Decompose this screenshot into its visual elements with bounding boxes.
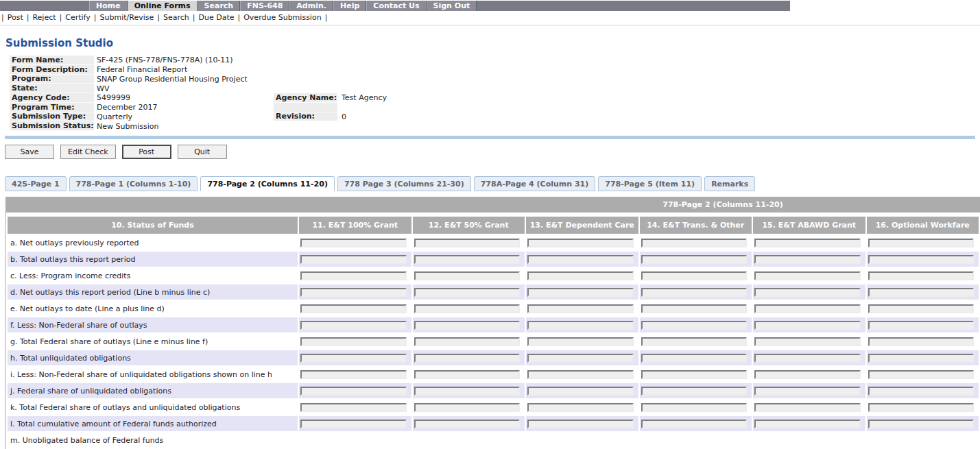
tab-remarks[interactable]: Remarks [704,176,755,191]
input-i-col15[interactable] [754,370,861,379]
input-e-col16[interactable] [868,304,975,313]
menu-item-overdue-submission[interactable]: Overdue Submission [243,13,321,22]
tab-778-page-5-item-11[interactable]: 778-Page 5 (Item 11) [598,176,702,191]
input-l-col16[interactable] [868,420,975,428]
input-j-col16[interactable] [868,387,975,396]
input-d-col13[interactable] [527,288,634,297]
nav-item-admin[interactable]: Admin. [289,1,333,11]
input-l-col13[interactable] [527,420,634,428]
input-k-col11[interactable] [300,403,407,412]
input-g-col12[interactable] [414,337,521,346]
post-button[interactable]: Post [122,145,171,159]
input-d-col11[interactable] [300,288,407,297]
input-h-col12[interactable] [414,354,521,363]
input-c-col16[interactable] [868,271,975,280]
input-i-col13[interactable] [527,370,634,379]
input-j-col13[interactable] [527,387,634,396]
input-h-col14[interactable] [641,354,748,363]
quit-button[interactable]: Quit [178,145,227,159]
menu-item-search[interactable]: Search [163,13,189,22]
input-b-col11[interactable] [300,255,407,264]
input-j-col15[interactable] [754,387,861,396]
nav-item-search[interactable]: Search [198,1,241,11]
input-c-col11[interactable] [300,271,407,280]
menu-item-post[interactable]: Post [8,13,23,22]
tab-778-page-1-columns-1-10[interactable]: 778-Page 1 (Columns 1-10) [69,176,198,191]
input-a-col12[interactable] [414,239,521,247]
tab-778-page-3-columns-21-30[interactable]: 778 Page 3 (Columns 21-30) [337,176,471,191]
nav-item-home[interactable]: Home [89,1,128,11]
input-g-col11[interactable] [300,337,407,346]
input-e-col14[interactable] [641,304,748,313]
input-a-col16[interactable] [868,239,975,247]
input-d-col16[interactable] [868,288,975,297]
input-g-col13[interactable] [527,337,634,346]
input-d-col14[interactable] [641,288,748,297]
input-h-col11[interactable] [300,354,407,363]
menu-item-submit-revise[interactable]: Submit/Revise [100,13,154,22]
input-f-col14[interactable] [641,321,748,330]
input-k-col14[interactable] [641,403,748,412]
input-a-col14[interactable] [641,239,748,247]
input-g-col14[interactable] [641,337,748,346]
input-e-col13[interactable] [527,304,634,313]
input-b-col16[interactable] [868,255,975,264]
input-e-col12[interactable] [414,304,521,313]
input-f-col16[interactable] [868,321,975,330]
input-b-col15[interactable] [754,255,861,264]
nav-item-contact-us[interactable]: Contact Us [366,1,426,11]
input-k-col12[interactable] [414,403,521,412]
input-i-col16[interactable] [868,370,975,379]
input-b-col13[interactable] [527,255,634,264]
input-l-col11[interactable] [300,420,407,428]
input-g-col15[interactable] [754,337,861,346]
input-f-col12[interactable] [414,321,521,330]
input-c-col12[interactable] [414,271,521,280]
input-e-col15[interactable] [754,304,861,313]
input-c-col15[interactable] [754,271,861,280]
save-button[interactable]: Save [5,145,54,159]
input-f-col11[interactable] [300,321,407,330]
input-k-col15[interactable] [754,403,861,412]
input-i-col11[interactable] [300,370,407,379]
cell-m-col14 [640,433,752,448]
column-header-16-optional-workfare: 16. Optional Workfare [867,217,979,234]
input-j-col12[interactable] [414,387,521,396]
input-c-col13[interactable] [527,271,634,280]
input-h-col16[interactable] [868,354,975,363]
nav-item-online-forms[interactable]: Online Forms [128,1,198,11]
input-a-col13[interactable] [527,239,634,247]
menu-item-reject[interactable]: Reject [32,13,56,22]
input-g-col16[interactable] [868,337,975,346]
tab-778a-page-4-column-31[interactable]: 778A-Page 4 (Column 31) [474,176,596,191]
input-a-col15[interactable] [754,239,861,247]
input-f-col13[interactable] [527,321,634,330]
input-l-col14[interactable] [641,420,748,428]
menu-item-certify[interactable]: Certify [65,13,91,22]
nav-item-help[interactable]: Help [333,1,366,11]
nav-item-sign-out[interactable]: Sign Out [427,1,477,11]
input-h-col13[interactable] [527,354,634,363]
input-a-col11[interactable] [300,239,407,247]
input-h-col15[interactable] [754,354,861,363]
input-j-col11[interactable] [300,387,407,396]
nav-item-fns-648[interactable]: FNS-648 [240,1,289,11]
input-b-col14[interactable] [641,255,748,264]
input-c-col14[interactable] [641,271,748,280]
input-d-col15[interactable] [754,288,861,297]
input-d-col12[interactable] [414,288,521,297]
input-l-col15[interactable] [754,420,861,428]
input-l-col12[interactable] [414,420,521,428]
tab-778-page-2-columns-11-20[interactable]: 778-Page 2 (Columns 11-20) [200,176,335,191]
input-i-col12[interactable] [414,370,521,379]
input-j-col14[interactable] [641,387,748,396]
input-e-col11[interactable] [300,304,407,313]
input-i-col14[interactable] [641,370,748,379]
input-f-col15[interactable] [754,321,861,330]
input-k-col16[interactable] [868,403,975,412]
input-k-col13[interactable] [527,403,634,412]
tab-425-page-1[interactable]: 425-Page 1 [5,176,67,191]
menu-item-due-date[interactable]: Due Date [198,13,234,22]
input-b-col12[interactable] [414,255,521,264]
edit-check-button[interactable]: Edit Check [60,145,116,159]
